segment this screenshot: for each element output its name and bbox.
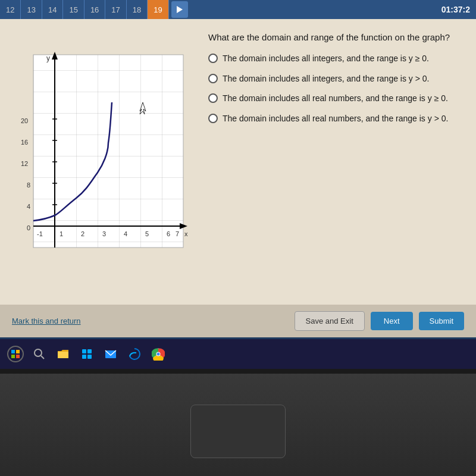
file-explorer-button[interactable] [54,345,73,364]
svg-text:-1: -1 [37,230,43,237]
question-tabs: 12 13 14 15 16 17 18 19 [0,0,188,19]
graph-container: 0 4 8 12 16 20 -1 1 2 3 4 5 6 [12,49,190,275]
folder-icon [57,347,70,361]
svg-rect-31 [16,350,20,353]
timer-display: 01:37:2 [441,5,476,14]
laptop-bottom: DELL [0,369,476,476]
svg-text:2: 2 [81,230,84,237]
option-d-text: The domain includes all real numbers, an… [223,113,448,125]
settings-icon [80,347,93,361]
tab-12[interactable]: 12 [0,0,21,19]
option-b-text: The domain includes all integers, and th… [223,73,429,85]
submit-button[interactable]: Submit [419,312,464,330]
svg-text:y: y [46,54,50,62]
tab-17[interactable]: 17 [105,0,126,19]
windows-start-button[interactable] [6,345,25,364]
svg-text:6: 6 [167,230,170,237]
svg-text:4: 4 [27,203,30,210]
svg-rect-30 [11,350,15,353]
svg-rect-38 [87,349,92,353]
screen: 12 13 14 15 16 17 18 19 01:37:2 [0,0,476,369]
option-c-text: The domain includes all real numbers, an… [223,93,448,105]
svg-text:8: 8 [27,181,30,189]
windows-icon [7,346,24,362]
svg-text:7: 7 [176,230,179,237]
edge-browser-button[interactable] [125,345,144,364]
svg-rect-2 [33,55,183,248]
graph-svg: 0 4 8 12 16 20 -1 1 2 3 4 5 6 [12,49,190,275]
question-text: What are the domain and range of the fun… [208,31,464,43]
svg-text:12: 12 [21,160,28,167]
touchpad[interactable] [190,405,286,458]
taskbar [0,339,476,369]
svg-point-34 [35,349,42,356]
radio-a[interactable] [208,54,218,63]
tab-18[interactable]: 18 [127,0,148,19]
mark-return-link[interactable]: Mark this and return [12,317,81,325]
radio-d[interactable] [208,114,218,123]
graph-panel: 0 4 8 12 16 20 -1 1 2 3 4 5 6 [0,19,202,305]
radio-c[interactable] [208,93,218,103]
tab-15[interactable]: 15 [63,0,84,19]
top-nav-bar: 12 13 14 15 16 17 18 19 01:37:2 [0,0,476,19]
option-b[interactable]: The domain includes all integers, and th… [208,73,464,85]
svg-point-44 [157,353,160,356]
main-content-area: 0 4 8 12 16 20 -1 1 2 3 4 5 6 [0,19,476,305]
svg-text:20: 20 [21,117,28,124]
svg-text:x: x [184,230,188,237]
option-d[interactable]: The domain includes all real numbers, an… [208,113,464,125]
option-c[interactable]: The domain includes all real numbers, an… [208,93,464,105]
svg-marker-0 [177,6,183,13]
edge-icon [128,347,141,361]
radio-b[interactable] [208,74,218,83]
svg-rect-39 [82,355,86,359]
laptop-body: 12 13 14 15 16 17 18 19 01:37:2 [0,0,476,476]
option-a[interactable]: The domain includes all integers, and th… [208,53,464,65]
svg-text:16: 16 [21,139,28,146]
svg-line-35 [41,356,44,359]
tab-14[interactable]: 14 [42,0,63,19]
svg-text:4: 4 [124,230,127,237]
svg-rect-36 [58,352,68,358]
svg-text:1: 1 [60,230,63,237]
question-panel: What are the domain and range of the fun… [202,19,476,305]
svg-text:5: 5 [145,230,149,237]
svg-rect-32 [11,355,15,358]
svg-text:0: 0 [27,224,30,231]
settings-button[interactable] [77,345,96,364]
action-bar: Mark this and return Save and Exit Next … [0,305,476,337]
svg-rect-33 [16,355,20,358]
next-button[interactable]: Next [371,312,413,330]
search-icon [33,348,45,360]
svg-text:3: 3 [102,230,106,237]
svg-rect-40 [87,355,92,359]
svg-rect-37 [82,349,86,353]
tab-19[interactable]: 19 [148,0,168,19]
option-a-text: The domain includes all integers, and th… [223,53,429,65]
search-taskbar-button[interactable] [30,345,49,364]
mail-button[interactable] [101,345,120,364]
tab-16[interactable]: 16 [84,0,105,19]
play-button[interactable] [171,1,188,18]
save-exit-button[interactable]: Save and Exit [295,311,365,331]
chrome-button[interactable] [149,345,168,364]
laptop-hinge [0,369,476,374]
action-buttons: Save and Exit Next Submit [295,311,464,331]
tab-13[interactable]: 13 [21,0,42,19]
answer-options: The domain includes all integers, and th… [208,53,464,124]
mail-icon [104,347,117,361]
chrome-icon [152,347,165,361]
